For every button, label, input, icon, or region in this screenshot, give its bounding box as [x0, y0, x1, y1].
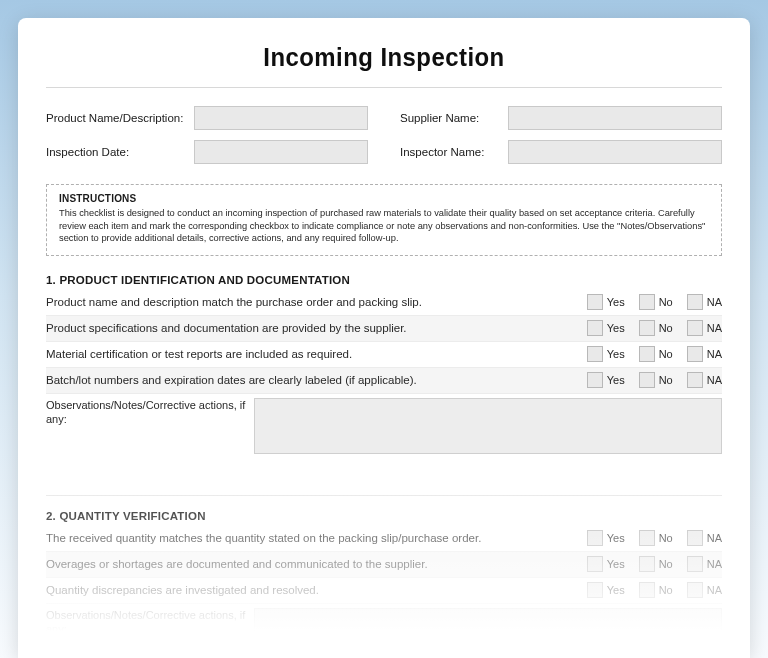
instructions-box: INSTRUCTIONS This checklist is designed … [46, 184, 722, 256]
option-yes-label: Yes [607, 348, 625, 360]
checkbox-yes[interactable] [587, 556, 603, 572]
checkbox-na[interactable] [687, 556, 703, 572]
checkbox-yes[interactable] [587, 294, 603, 310]
checklist-item-text: Product name and description match the p… [46, 296, 587, 308]
checklist-row: Product specifications and documentation… [46, 316, 722, 342]
observations-row: Observations/Notes/Corrective actions, i… [46, 608, 722, 658]
checklist-row: Overages or shortages are documented and… [46, 552, 722, 578]
option-na-label: NA [707, 296, 722, 308]
checklist-item-text: Material certification or test reports a… [46, 348, 587, 360]
option-no-label: No [659, 322, 673, 334]
instructions-heading: INSTRUCTIONS [59, 193, 709, 204]
checklist-options: Yes No NA [587, 372, 722, 388]
option-no-label: No [659, 374, 673, 386]
checklist-row: The received quantity matches the quanti… [46, 526, 722, 552]
option-no-label: No [659, 532, 673, 544]
option-yes-label: Yes [607, 374, 625, 386]
checklist-options: Yes No NA [587, 320, 722, 336]
checkbox-na[interactable] [687, 582, 703, 598]
checkbox-no[interactable] [639, 530, 655, 546]
checklist-options: Yes No NA [587, 530, 722, 546]
checklist-row: Batch/lot numbers and expiration dates a… [46, 368, 722, 394]
field-inspection-date: Inspection Date: [46, 140, 368, 164]
inspection-date-input[interactable] [194, 140, 368, 164]
observations-input[interactable] [254, 398, 722, 454]
checklist-options: Yes No NA [587, 556, 722, 572]
checklist-item-text: The received quantity matches the quanti… [46, 532, 587, 544]
option-no-label: No [659, 348, 673, 360]
field-supplier-name: Supplier Name: [400, 106, 722, 130]
section-spacer [46, 468, 722, 496]
checkbox-no[interactable] [639, 582, 655, 598]
option-no-label: No [659, 296, 673, 308]
checkbox-no[interactable] [639, 294, 655, 310]
checklist-options: Yes No NA [587, 582, 722, 598]
section-2-title: 2. QUANTITY VERIFICATION [46, 510, 722, 522]
instructions-body: This checklist is designed to conduct an… [59, 207, 709, 245]
observations-row: Observations/Notes/Corrective actions, i… [46, 398, 722, 468]
inspection-date-label: Inspection Date: [46, 146, 186, 158]
checkbox-na[interactable] [687, 294, 703, 310]
option-na-label: NA [707, 532, 722, 544]
checkbox-no[interactable] [639, 346, 655, 362]
checkbox-yes[interactable] [587, 582, 603, 598]
field-product-name: Product Name/Description: [46, 106, 368, 130]
product-name-input[interactable] [194, 106, 368, 130]
observations-label: Observations/Notes/Corrective actions, i… [46, 398, 246, 454]
inspector-name-label: Inspector Name: [400, 146, 500, 158]
option-na-label: NA [707, 558, 722, 570]
page-title: Incoming Inspection [73, 42, 695, 73]
checklist-item-text: Overages or shortages are documented and… [46, 558, 587, 570]
option-yes-label: Yes [607, 322, 625, 334]
checklist-options: Yes No NA [587, 346, 722, 362]
inspection-form-page: Incoming Inspection Product Name/Descrip… [18, 18, 750, 658]
option-na-label: NA [707, 348, 722, 360]
observations-label: Observations/Notes/Corrective actions, i… [46, 608, 246, 658]
supplier-name-label: Supplier Name: [400, 112, 500, 124]
product-name-label: Product Name/Description: [46, 112, 186, 124]
checklist-item-text: Product specifications and documentation… [46, 322, 587, 334]
checklist-options: Yes No NA [587, 294, 722, 310]
checkbox-yes[interactable] [587, 346, 603, 362]
checkbox-yes[interactable] [587, 372, 603, 388]
option-yes-label: Yes [607, 296, 625, 308]
checklist-item-text: Batch/lot numbers and expiration dates a… [46, 374, 587, 386]
checkbox-no[interactable] [639, 556, 655, 572]
checkbox-no[interactable] [639, 372, 655, 388]
title-divider [46, 87, 722, 88]
checklist-row: Product name and description match the p… [46, 290, 722, 316]
checkbox-na[interactable] [687, 320, 703, 336]
field-inspector-name: Inspector Name: [400, 140, 722, 164]
checkbox-na[interactable] [687, 346, 703, 362]
option-no-label: No [659, 584, 673, 596]
checklist-row: Material certification or test reports a… [46, 342, 722, 368]
checkbox-yes[interactable] [587, 530, 603, 546]
checklist-item-text: Quantity discrepancies are investigated … [46, 584, 587, 596]
option-na-label: NA [707, 322, 722, 334]
section-1-title: 1. PRODUCT IDENTIFICATION AND DOCUMENTAT… [46, 274, 722, 286]
header-fields: Product Name/Description: Supplier Name:… [46, 106, 722, 164]
option-na-label: NA [707, 374, 722, 386]
supplier-name-input[interactable] [508, 106, 722, 130]
option-yes-label: Yes [607, 584, 625, 596]
checkbox-no[interactable] [639, 320, 655, 336]
option-yes-label: Yes [607, 532, 625, 544]
checkbox-na[interactable] [687, 372, 703, 388]
observations-input[interactable] [254, 608, 722, 658]
checkbox-na[interactable] [687, 530, 703, 546]
inspector-name-input[interactable] [508, 140, 722, 164]
checklist-row: Quantity discrepancies are investigated … [46, 578, 722, 604]
option-yes-label: Yes [607, 558, 625, 570]
option-no-label: No [659, 558, 673, 570]
option-na-label: NA [707, 584, 722, 596]
checkbox-yes[interactable] [587, 320, 603, 336]
